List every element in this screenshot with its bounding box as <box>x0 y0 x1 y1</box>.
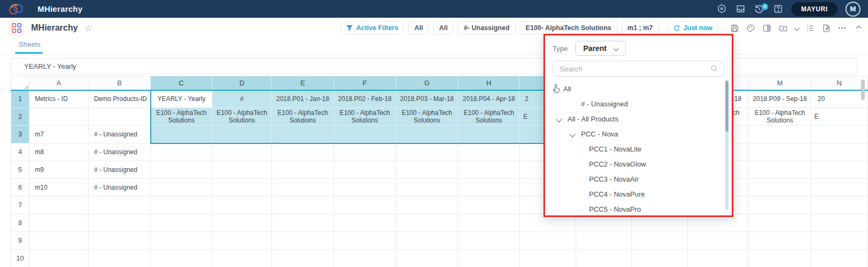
cell-M1[interactable]: 2018.P09 - Sep-18 <box>749 90 811 108</box>
save-icon[interactable] <box>730 24 739 33</box>
cell-C10[interactable] <box>151 250 212 267</box>
filter-chip-metrics[interactable]: m1 ; m7 <box>622 21 659 34</box>
cell-G1[interactable]: 2018.P03 - Mar-18 <box>396 90 458 108</box>
cell-H9[interactable] <box>458 232 520 250</box>
column-header-D[interactable]: D <box>212 76 271 90</box>
column-header-A[interactable]: A <box>30 76 89 90</box>
tree-item-pcc2[interactable]: PCC2 - NovaGlow <box>553 156 724 171</box>
cell-G4[interactable] <box>396 143 458 161</box>
cell-N3[interactable] <box>811 126 868 143</box>
chevron-down-icon[interactable] <box>569 131 575 137</box>
export-folder-icon[interactable] <box>778 24 788 33</box>
collapse-chevron-icon[interactable] <box>856 25 862 31</box>
cell-E7[interactable] <box>272 197 334 214</box>
cell-N6[interactable] <box>811 179 868 197</box>
row-header-9[interactable]: 9 <box>11 232 30 250</box>
tree-item-pcc1[interactable]: PCC1 - NovaLite <box>553 141 724 156</box>
row-header-6[interactable]: 6 <box>11 179 30 197</box>
column-header-C[interactable]: C <box>151 76 212 90</box>
cell-D3[interactable] <box>212 126 271 143</box>
cell-L9[interactable] <box>688 232 749 250</box>
cell-E1[interactable]: 2018.P01 - Jan-18 <box>272 90 334 108</box>
cell-C3[interactable] <box>151 126 212 143</box>
cell-J10[interactable] <box>576 250 632 267</box>
popup-scrollbar-thumb[interactable] <box>725 81 729 132</box>
avatar[interactable]: M <box>845 2 860 17</box>
cell-L10[interactable] <box>688 250 749 267</box>
cell-M4[interactable] <box>749 143 811 161</box>
cell-N8[interactable] <box>811 214 868 232</box>
refresh-status[interactable]: Just now <box>667 21 718 34</box>
user-name-pill[interactable]: MAYURI <box>791 2 837 16</box>
cell-E8[interactable] <box>272 214 334 232</box>
tree-item-pcc5[interactable]: PCC5 - NovaPro <box>553 201 724 217</box>
row-header-4[interactable]: 4 <box>11 143 30 161</box>
cell-A1[interactable]: Metrics - ID <box>30 90 89 108</box>
cell-H7[interactable] <box>458 197 520 214</box>
cell-C2[interactable]: E100 - AlphaTech Solutions <box>151 108 212 126</box>
row-header-7[interactable]: 7 <box>11 197 30 214</box>
column-header-N[interactable]: N <box>811 76 868 90</box>
column-header-H[interactable]: H <box>458 76 520 90</box>
tree-item-all-products[interactable]: All - All Products <box>553 111 724 126</box>
cell-D7[interactable] <box>212 197 271 214</box>
cell-C4[interactable] <box>151 143 212 161</box>
cell-F7[interactable] <box>334 197 396 214</box>
cell-F2[interactable]: E100 - AlphaTech Solutions <box>334 108 396 126</box>
tree-item-pcc-nova[interactable]: PCC - Nova <box>553 126 724 141</box>
palette-icon[interactable] <box>746 24 755 33</box>
cell-F8[interactable] <box>334 214 396 232</box>
cell-B4[interactable]: # - Unassigned <box>89 143 151 161</box>
cell-K10[interactable] <box>632 250 688 267</box>
cell-I10[interactable] <box>520 250 576 267</box>
cell-G5[interactable] <box>396 161 458 179</box>
cell-B10[interactable] <box>89 250 151 267</box>
cell-F4[interactable] <box>334 143 396 161</box>
cell-H2[interactable]: E100 - AlphaTech Solutions <box>458 108 520 126</box>
cell-E6[interactable] <box>272 179 334 197</box>
more-options-button[interactable]: ⋯ <box>838 23 847 33</box>
list-view-icon[interactable] <box>806 24 815 33</box>
cell-E5[interactable] <box>272 161 334 179</box>
cell-E2[interactable]: E100 - AlphaTech Solutions <box>272 108 334 126</box>
cell-H8[interactable] <box>458 214 520 232</box>
cell-N1[interactable]: 20 <box>811 90 868 108</box>
cell-I9[interactable] <box>520 232 576 250</box>
cell-M3[interactable] <box>749 126 811 143</box>
cell-B9[interactable] <box>89 232 151 250</box>
type-select[interactable]: Parent <box>575 41 626 56</box>
cell-G6[interactable] <box>396 179 458 197</box>
cell-N4[interactable] <box>811 143 868 161</box>
cell-H1[interactable]: 2018.P04 - Apr-18 <box>458 90 520 108</box>
cell-M7[interactable] <box>749 197 811 214</box>
cell-D5[interactable] <box>212 161 271 179</box>
cell-F1[interactable]: 2018.P02 - Feb-18 <box>334 90 396 108</box>
tree-item-all[interactable]: All <box>553 81 724 96</box>
favorite-star-icon[interactable]: ☆ <box>84 23 92 34</box>
cell-D8[interactable] <box>212 214 271 232</box>
cell-F6[interactable] <box>334 179 396 197</box>
cell-G2[interactable]: E100 - AlphaTech Solutions <box>396 108 458 126</box>
cell-D2[interactable]: E100 - AlphaTech Solutions <box>212 108 271 126</box>
tree-item-pcc3[interactable]: PCC3 - NovaAir <box>553 171 724 186</box>
layout-panel-icon[interactable] <box>762 24 771 33</box>
cell-B6[interactable]: # - Unassigned <box>89 179 151 197</box>
row-header-5[interactable]: 5 <box>11 161 30 179</box>
cell-D9[interactable] <box>212 232 271 250</box>
active-filters-button[interactable]: Active Filters <box>340 21 404 34</box>
filter-chip-entity[interactable]: E100- AlphaTech Solutions <box>520 21 617 34</box>
cell-G7[interactable] <box>396 197 458 214</box>
cell-M5[interactable] <box>749 161 811 179</box>
cell-A5[interactable]: m9 <box>30 161 89 179</box>
cell-N10[interactable] <box>811 250 868 267</box>
cell-B3[interactable]: # - Unassigned <box>89 126 151 143</box>
cell-D4[interactable] <box>212 143 271 161</box>
cell-B2[interactable] <box>89 108 151 126</box>
cell-F10[interactable] <box>334 250 396 267</box>
cell-A3[interactable]: m7 <box>30 126 89 143</box>
filter-chip-all-1[interactable]: All <box>408 21 429 34</box>
cell-E4[interactable] <box>272 143 334 161</box>
cell-H4[interactable] <box>458 143 520 161</box>
cell-M9[interactable] <box>749 232 811 250</box>
cell-C5[interactable] <box>151 161 212 179</box>
